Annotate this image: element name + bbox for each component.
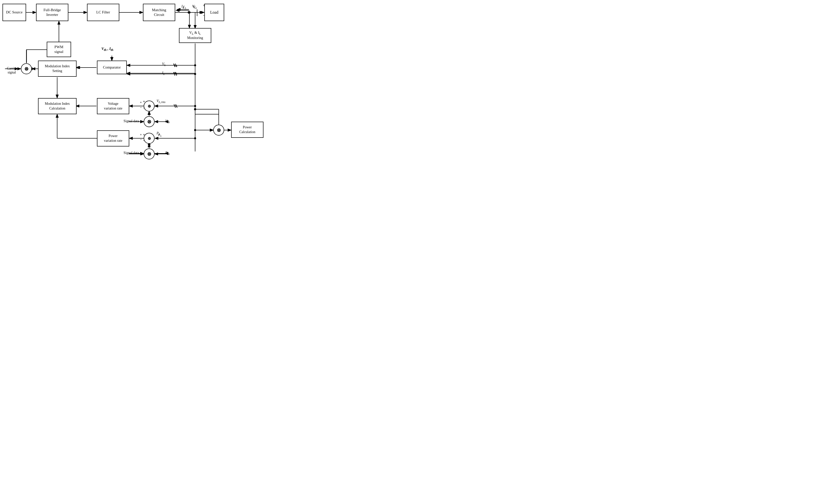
multiply-carrier-circle: ⊗ [21,63,32,74]
svg-line-17 [174,72,175,74]
svg-point-7 [188,11,190,14]
vl-il-monitoring-block: VL & ILMonitoring [179,28,211,43]
multiply-powercalc-circle: ⊗ [213,125,224,136]
voltage-var-rate-block: Voltagevariation rate [97,98,129,114]
multiply-vth-circle: ⊗ [144,116,154,127]
mod-index-setting-block: Modulation IndexSetting [38,61,76,77]
power-calc-block: PowerCalculation [231,122,264,138]
svg-point-101 [194,129,196,131]
sum-voltage-circle: ⊕ [144,101,154,111]
vth-ith-label: Vth , Ith [101,47,113,52]
pwm-signal-block: PWMsignal [47,42,71,57]
svg-point-98 [194,73,196,75]
svg-line-66 [175,64,177,67]
full-bridge-block: Full-BridgeInverter [36,4,68,21]
svg-line-65 [173,64,175,67]
svg-line-19 [174,105,175,107]
multiply-pth-circle: ⊗ [144,148,154,159]
vl-rms-label: VL,rms [156,99,165,104]
load-block: Load [204,4,224,21]
il-current-label: IL [181,4,184,9]
lc-filter-block: LC Filter [87,4,119,21]
svg-point-97 [194,64,196,66]
sum-power-minus: − [140,138,142,142]
block-diagram: + − [0,0,274,168]
svg-point-94 [194,108,196,110]
sum-voltage-plus: + [140,100,142,104]
signal-data-power-label: Signal data [123,151,139,155]
svg-line-16 [175,64,177,67]
svg-line-68 [175,72,177,76]
il-line-label: IL [162,71,165,76]
svg-line-67 [173,72,175,76]
comparator-block: Comparator [97,61,127,74]
vl-voltage-label: VL [192,4,196,9]
svg-line-18 [175,72,177,74]
svg-line-78 [176,104,177,108]
svg-point-99 [194,105,196,107]
pth-label: Pth [165,151,170,156]
sum-power-circle: ⊕ [144,133,154,144]
extra-lines: V L I L [0,0,274,168]
svg-text:L: L [185,7,186,9]
dc-source-block: DC Source [2,4,26,21]
svg-line-15 [174,64,175,67]
svg-point-100 [194,137,196,139]
svg-text:L: L [160,135,162,137]
power-var-rate-block: Powervariation rate [97,130,129,146]
sum-power-plus: + [140,133,142,137]
mod-index-calc-block: Modulation IndexCalculation [38,98,76,114]
sum-voltage-minus: − [140,106,142,109]
svg-line-20 [175,105,177,107]
svg-point-60 [188,11,190,14]
svg-line-77 [174,104,175,108]
carrier-signal-label: Carriersignal [4,67,20,74]
matching-circuit-block: MatchingCircuit [143,4,175,21]
connection-lines: + − [0,0,274,168]
vth-label: Vth [165,119,170,124]
signal-data-voltage-label: Signal data [123,119,139,123]
vl-line-label: VL [162,62,166,67]
pl-label: PL [156,131,160,136]
